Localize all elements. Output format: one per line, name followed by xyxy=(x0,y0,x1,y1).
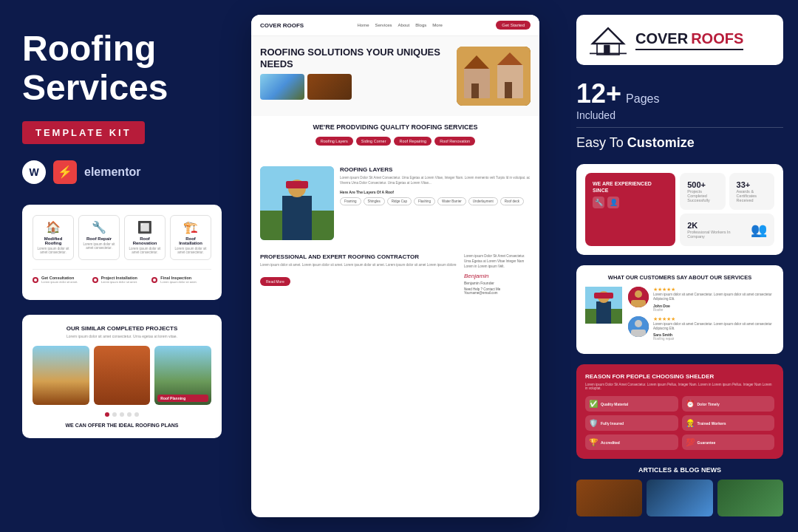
nav-cta-button[interactable]: Get Started xyxy=(496,21,531,30)
svg-marker-12 xyxy=(593,28,624,44)
service-desc-4: Lorem ipsum dolor sit amet consectetur. xyxy=(174,247,208,256)
testimonials-card: WHAT OUR CUSTOMERS SAY ABOUT OUR SERVICE… xyxy=(576,265,783,354)
service-tab-2[interactable]: Siding Corner xyxy=(356,137,392,146)
thumb-1 xyxy=(260,74,304,100)
service-tab-4[interactable]: Roof Renovation xyxy=(434,137,475,146)
contractor-title: PROFESSIONAL AND EXPERT ROOFING CONTRACT… xyxy=(260,253,458,260)
logo-card: COVER ROOFS xyxy=(576,15,783,65)
logo-icon xyxy=(590,25,627,55)
workers-icon: 👥 xyxy=(751,222,767,238)
process-step-3: Final Inspection Lorem ipsum dolor sit a… xyxy=(151,276,211,284)
stat-500-num: 500+ xyxy=(687,180,717,189)
articles-title: ARTICLES & BLOG NEWS xyxy=(576,466,783,474)
stats-card: WE ARE EXPERIENCED SINCE 🔧 👤 500+ Projec… xyxy=(576,164,783,255)
article-img-2 xyxy=(647,480,712,516)
experienced-label: WE ARE EXPERIENCED SINCE xyxy=(593,180,668,194)
role-1: Roofer xyxy=(653,308,774,312)
testimonials-title: WHAT OUR CUSTOMERS SAY ABOUT OUR SERVICE… xyxy=(585,274,774,281)
stat-500-desc: Projects Completed Successfully xyxy=(687,189,717,202)
service-item-1: 🏠 Modified Roofing Lorem ipsum dolor sit… xyxy=(33,215,74,261)
service-desc-3: Lorem ipsum dolor sit amet consectetur. xyxy=(128,247,162,256)
services-section: WE'RE PRODVIDING QUALITY ROOFING SERVICE… xyxy=(251,116,539,160)
hero-title: ROOFING SOLUTIONS YOUR UNIQUES NEEDS xyxy=(260,47,451,69)
founder-signature: Benjamin xyxy=(464,273,531,279)
contractor-section: PROFESSIONAL AND EXPERT ROOFING CONTRACT… xyxy=(251,246,539,302)
service-tabs: Roofing Layers Siding Corner Roof Repair… xyxy=(260,137,531,146)
stat-33: 33+ Awards & Certificates Received xyxy=(729,173,774,210)
nav-link-services[interactable]: Services xyxy=(375,23,392,27)
svg-point-25 xyxy=(635,320,642,327)
service-name-2: Roof Repair xyxy=(82,236,116,241)
services-preview-card: 🏠 Modified Roofing Lorem ipsum dolor sit… xyxy=(22,205,222,301)
service-name-1: Modified Roofing xyxy=(36,236,70,245)
step-desc-2: Lorem ipsum dolor sit amet. xyxy=(101,280,137,284)
role-2: Roofing repair xyxy=(653,337,774,341)
layers-subtitle: Here Are The Layers Of A Roof xyxy=(340,190,531,194)
projects-grid: Roof Planning xyxy=(33,346,211,405)
project-img-3: Roof Planning xyxy=(154,346,211,405)
choosing-title: REASON FOR PEOPLE CHOOSING SHELDER xyxy=(585,373,774,380)
stars-1: ★★★★★ xyxy=(653,287,774,293)
nav-link-about[interactable]: About xyxy=(398,23,410,27)
project-label: Roof Planning xyxy=(157,395,208,402)
hero-text: ROOFING SOLUTIONS YOUR UNIQUES NEEDS xyxy=(260,47,451,100)
customize-bold: Customize xyxy=(627,135,695,150)
built-with-text: elementor xyxy=(84,166,140,179)
choosing-label-5: Accredited xyxy=(601,440,620,445)
svg-rect-23 xyxy=(631,300,646,307)
read-more-button[interactable]: Read More xyxy=(260,277,290,286)
thumb-2 xyxy=(307,74,352,100)
service-tab-1[interactable]: Roofing Layers xyxy=(316,137,353,146)
svg-rect-20 xyxy=(594,293,613,299)
divider xyxy=(576,127,783,128)
nav-link-blogs[interactable]: Blogs xyxy=(415,23,426,27)
service-item-3: 🔲 Roof Renovation Lorem ipsum dolor sit … xyxy=(124,215,166,261)
choosing-grid: ✅ Quality Material ⏰ Dolor Timely 🛡️ Ful… xyxy=(585,396,774,450)
insured-icon: 🛡️ xyxy=(589,419,598,427)
modified-roofing-icon: 🏠 xyxy=(36,220,70,234)
testimonial-1: ★★★★★ Lorem ipsum dolor sit amet Consect… xyxy=(628,287,774,312)
contractor-desc: Lorem ipsum dolor sit amet. Lorem ipsum … xyxy=(260,263,458,268)
svg-point-22 xyxy=(635,290,642,298)
step-dot-1 xyxy=(33,277,38,283)
avatar-1-svg xyxy=(628,287,649,307)
nav-links: Home Services About Blogs More xyxy=(358,23,443,27)
services-section-title: WE'RE PRODVIDING QUALITY ROOFING SERVICE… xyxy=(260,123,531,131)
layer-tags: Framing Shingles Ridge Cap Flashing Wate… xyxy=(340,197,531,205)
nav-link-more[interactable]: More xyxy=(432,23,443,27)
contractor-right: Lorem ipsum Dolor Sit Amet Consectetur. … xyxy=(464,253,531,295)
nav-link-home[interactable]: Home xyxy=(358,23,369,27)
svg-rect-9 xyxy=(282,196,312,240)
avatar-2 xyxy=(628,316,649,337)
step-dot-2 xyxy=(92,277,98,283)
logo-brand: COVER ROOFS xyxy=(635,30,743,47)
contractor-right-desc: Lorem ipsum Dolor Sit Amet Consectetur. … xyxy=(464,253,531,270)
svg-rect-26 xyxy=(631,330,646,337)
projects-card: OUR SIMILAR COMPLETED PROJECTS Lorem ips… xyxy=(22,315,222,438)
hero-section: ROOFING SOLUTIONS YOUR UNIQUES NEEDS xyxy=(251,36,539,116)
process-steps-row: Get Consultation Lorem ipsum dolor sit a… xyxy=(33,269,211,290)
layers-text: ROOFING LAYERS Lorem ipsum Dolor Sit Ame… xyxy=(340,166,531,240)
service-desc-2: Lorem ipsum dolor sit amet consectetur. xyxy=(82,242,116,251)
testimonials-list: ★★★★★ Lorem ipsum dolor sit amet Consect… xyxy=(628,287,774,345)
step-desc-1: Lorem ipsum dolor sit amet. xyxy=(41,280,78,284)
worker-image xyxy=(260,166,334,240)
choosing-item-4: 👷 Trained Workers xyxy=(682,415,775,431)
template-badge: TEMPLATE KIT xyxy=(22,121,145,144)
built-with-row: W ⚡ elementor xyxy=(22,160,222,184)
tag-water: Water Barrier xyxy=(437,197,466,205)
projects-title: OUR SIMILAR COMPLETED PROJECTS xyxy=(33,325,211,332)
choosing-item-1: ✅ Quality Material xyxy=(585,396,678,412)
logo-underline xyxy=(635,49,743,50)
testimonials-content: ★★★★★ Lorem ipsum dolor sit amet Consect… xyxy=(585,287,774,345)
testimonial-content-2: ★★★★★ Lorem ipsum dolor sit amet Consect… xyxy=(653,316,774,341)
stat-33-desc: Awards & Certificates Received xyxy=(737,189,767,202)
nav-logo: COVER ROOFS xyxy=(260,22,304,29)
left-section: Roofing Services TEMPLATE KIT W ⚡ elemen… xyxy=(0,0,244,532)
service-tab-3[interactable]: Roof Repairing xyxy=(394,137,432,146)
wordpress-icon: W xyxy=(22,160,46,184)
pages-count-label: Pages xyxy=(626,92,659,106)
stats-sub-col: 500+ Projects Completed Successfully 33+… xyxy=(680,173,774,246)
elementor-icon: ⚡ xyxy=(53,160,77,184)
review-text-2: Lorem ipsum dolor sit amet Consectetur. … xyxy=(653,322,774,332)
